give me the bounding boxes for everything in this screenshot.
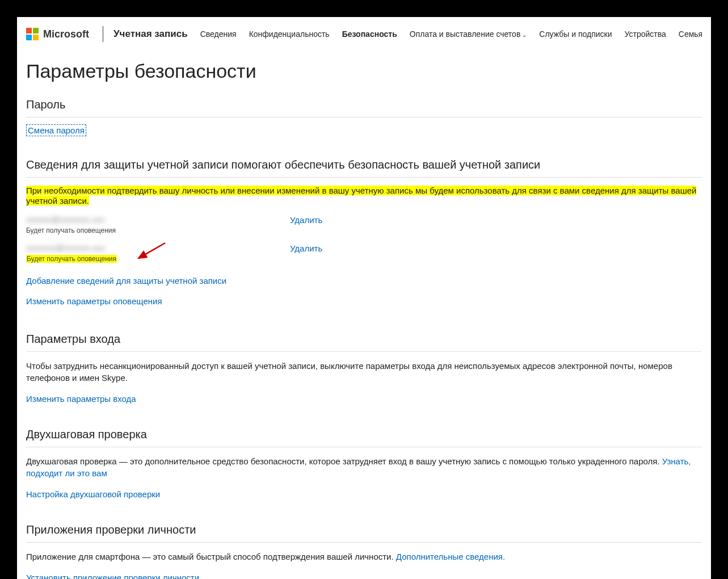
main-nav: Учетная запись Сведения Конфиденциальнос… bbox=[113, 28, 702, 40]
chevron-down-icon: ⌄ bbox=[522, 32, 527, 38]
microsoft-logo-icon bbox=[26, 28, 39, 40]
password-heading: Пароль bbox=[26, 98, 702, 111]
nav-divider bbox=[103, 26, 103, 42]
separator bbox=[26, 351, 702, 352]
brand-text: Microsoft bbox=[43, 28, 89, 40]
signin-body: Чтобы затруднить несанкционированный дос… bbox=[26, 360, 702, 384]
nav-billing[interactable]: Оплата и выставление счетов⌄ bbox=[410, 30, 527, 39]
separator bbox=[26, 447, 702, 447]
change-alerts-link[interactable]: Изменить параметры оповещения bbox=[26, 296, 162, 306]
delete-link-1[interactable]: Удалить bbox=[290, 215, 322, 225]
identity-apps-setup-link[interactable]: Установить приложение проверки личности bbox=[26, 573, 199, 579]
twostep-heading: Двухшаговая проверка bbox=[26, 428, 702, 441]
identity-apps-more-link[interactable]: Дополнительные сведения. bbox=[396, 552, 505, 561]
change-password-link[interactable]: Смена пароля bbox=[26, 124, 86, 136]
nav-privacy[interactable]: Конфиденциальность bbox=[249, 30, 330, 39]
nav-security[interactable]: Безопасность bbox=[342, 30, 397, 39]
content: Параметры безопасности Пароль Смена паро… bbox=[17, 49, 711, 579]
protection-entry-2: xxxxxxx@xxxxxx.xxx Будет получать оповещ… bbox=[26, 244, 702, 263]
signin-heading: Параметры входа bbox=[26, 333, 702, 346]
delete-link-2[interactable]: Удалить bbox=[290, 244, 322, 253]
nav-family[interactable]: Семья bbox=[679, 30, 702, 39]
separator bbox=[26, 117, 702, 118]
annotation-arrow-icon bbox=[134, 240, 168, 263]
protection-sub-1: Будет получать оповещения bbox=[26, 226, 290, 234]
protection-email-1: xxxxxx@xxxxxxx.xxx bbox=[26, 215, 290, 224]
protection-entry-1: xxxxxx@xxxxxxx.xxx Будет получать оповещ… bbox=[26, 215, 702, 234]
change-signin-link[interactable]: Изменить параметры входа bbox=[26, 394, 136, 404]
nav-account[interactable]: Учетная запись bbox=[113, 28, 188, 40]
page-container: Microsoft Учетная запись Сведения Конфид… bbox=[17, 17, 711, 579]
header: Microsoft Учетная запись Сведения Конфид… bbox=[17, 17, 711, 49]
nav-devices[interactable]: Устройства bbox=[625, 30, 666, 39]
identity-apps-heading: Приложения проверки личности bbox=[26, 523, 702, 536]
microsoft-logo[interactable]: Microsoft bbox=[26, 28, 89, 40]
nav-services[interactable]: Службы и подписки bbox=[539, 30, 612, 39]
twostep-body: Двухшаговая проверка — это дополнительно… bbox=[26, 455, 702, 479]
page-title: Параметры безопасности bbox=[26, 60, 702, 82]
protection-heading: Сведения для защиты учетной записи помог… bbox=[26, 158, 702, 171]
svg-line-0 bbox=[138, 243, 165, 258]
protection-sub-2: Будет получать оповещения bbox=[26, 255, 117, 263]
protection-highlighted-text: При необходимости подтвердить вашу лично… bbox=[26, 186, 696, 205]
identity-apps-body: Приложение для смартфона — это самый быс… bbox=[26, 551, 702, 563]
separator bbox=[26, 177, 702, 178]
nav-info[interactable]: Сведения bbox=[200, 30, 237, 39]
separator bbox=[26, 542, 702, 543]
add-protection-link[interactable]: Добавление сведений для защиты учетной з… bbox=[26, 276, 226, 286]
twostep-setup-link[interactable]: Настройка двухшаговой проверки bbox=[26, 489, 160, 499]
